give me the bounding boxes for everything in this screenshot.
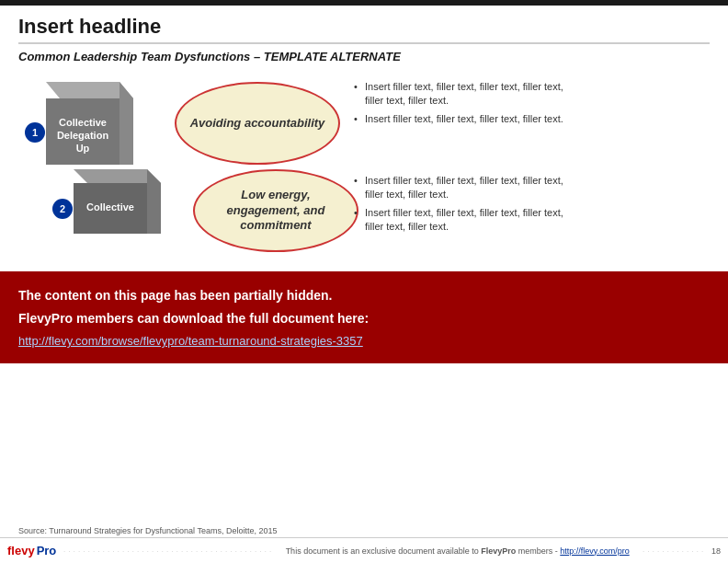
bullet-1-2: Insert filler text, filler text, filler … — [354, 112, 565, 126]
bullet-1-1: Insert filler text, filler text, filler … — [354, 80, 565, 109]
ellipse-2: Low energy,engagement, andcommitment — [193, 169, 358, 252]
hidden-banner: The content on this page has been partia… — [0, 271, 728, 363]
ellipses-bullets: Avoiding accountability Low energy,engag… — [175, 73, 710, 266]
diagram-area: 1 Collective Delegation Up 2 Collective … — [18, 73, 710, 266]
bullet-group-2: Insert filler text, filler text, filler … — [354, 174, 565, 238]
logo-pro: Pro — [37, 544, 57, 557]
bottom-bar-text: This document is an exclusive document a… — [279, 546, 635, 556]
svg-text:Delegation: Delegation — [57, 130, 109, 141]
flevy-link[interactable]: http://flevy.com/browse/flevypro/team-tu… — [18, 334, 363, 348]
svg-text:2: 2 — [60, 203, 65, 214]
svg-text:Up: Up — [76, 143, 90, 154]
bullet-2-2: Insert filler text, filler text, filler … — [354, 206, 565, 235]
dots-pattern-2: · · · · · · · · · · · · · — [643, 548, 704, 554]
svg-text:1: 1 — [32, 127, 38, 138]
footer-source: Source: Turnaround Strategies for Dysfun… — [18, 526, 278, 535]
svg-text:Collective: Collective — [59, 117, 107, 128]
bottom-bar: flevyPro · · · · · · · · · · · · · · · ·… — [0, 537, 728, 563]
hidden-line-1: The content on this page has been partia… — [18, 286, 710, 305]
svg-marker-1 — [119, 82, 133, 165]
bottom-bar-link[interactable]: http://flevy.com/pro — [560, 546, 629, 556]
logo-flevy: flevy — [7, 544, 35, 557]
page-title: Insert headline — [18, 15, 710, 44]
page-number: 18 — [711, 546, 721, 556]
svg-text:Collective: Collective — [86, 201, 134, 213]
hidden-line-2: FlevyPro members can download the full d… — [18, 309, 710, 328]
svg-marker-9 — [147, 169, 161, 234]
bullet-group-1: Insert filler text, filler text, filler … — [354, 80, 565, 130]
dots-pattern: · · · · · · · · · · · · · · · · · · · · … — [63, 548, 272, 554]
main-content: Insert headline Common Leadership Team D… — [0, 6, 728, 271]
blocks-svg: 1 Collective Delegation Up 2 Collective — [18, 73, 175, 266]
subtitle: Common Leadership Team Dysfunctions – TE… — [18, 50, 710, 63]
flevy-logo: flevyPro — [7, 544, 56, 557]
ellipse-1: Avoiding accountability — [175, 82, 340, 165]
bullet-2-1: Insert filler text, filler text, filler … — [354, 174, 565, 202]
